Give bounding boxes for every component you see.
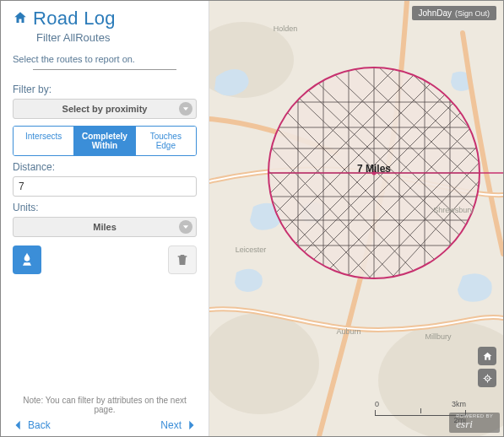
svg-point-10 <box>486 377 488 379</box>
town-label: Leicester <box>236 245 267 254</box>
esri-brand: esri <box>456 418 473 430</box>
seg-completely-within[interactable]: Completely Within <box>73 127 134 155</box>
map-area[interactable]: JohnDay (Sign Out) 7 Miles Holden Shrews… <box>209 1 503 436</box>
units-label: Units: <box>13 202 197 213</box>
spatial-relationship-segmented: Intersects Completely Within Touches Edg… <box>13 126 197 156</box>
clear-button[interactable] <box>168 245 197 274</box>
map-locate-button[interactable] <box>478 369 496 387</box>
app-title: Road Log <box>33 8 116 30</box>
divider <box>33 69 176 70</box>
map-overlay: JohnDay (Sign Out) 7 Miles Holden Shrews… <box>209 1 503 436</box>
next-button[interactable]: Next <box>160 419 197 431</box>
seg-intersects[interactable]: Intersects <box>14 127 73 155</box>
back-label: Back <box>28 419 51 431</box>
town-label: Millbury <box>425 332 451 341</box>
chevron-down-icon <box>179 220 192 234</box>
town-label: Holden <box>274 24 298 33</box>
footer-note: Note: You can filter by attributes on th… <box>13 396 197 414</box>
filter-type-select[interactable]: Select by proximity <box>13 99 197 119</box>
esri-attribution[interactable]: POWERED BY esri <box>449 413 500 433</box>
town-label: Shrewsbury <box>433 206 474 214</box>
home-icon[interactable] <box>13 10 28 28</box>
user-name: JohnDay <box>419 8 452 18</box>
page-subtitle: Filter AllRoutes <box>36 31 197 44</box>
seg-touches-edge[interactable]: Touches Edge <box>135 127 196 155</box>
back-button[interactable]: Back <box>13 419 51 431</box>
sign-out-link[interactable]: (Sign Out) <box>455 9 490 18</box>
scale-zero: 0 <box>375 400 379 408</box>
scale-km: 3km <box>452 400 466 408</box>
units-value: Miles <box>93 222 117 232</box>
filter-by-label: Filter by: <box>13 84 197 95</box>
chevron-right-icon <box>185 419 197 431</box>
chevron-down-icon <box>179 102 192 116</box>
town-label: Auburn <box>336 327 360 336</box>
filter-panel: Road Log Filter AllRoutes Select the rou… <box>1 1 209 436</box>
instruction-text: Select the routes to report on. <box>13 54 197 64</box>
radius-label: 7 Miles <box>357 163 391 175</box>
filter-type-value: Select by proximity <box>62 104 148 114</box>
user-chip[interactable]: JohnDay (Sign Out) <box>412 6 496 20</box>
units-select[interactable]: Miles <box>13 217 197 237</box>
distance-input[interactable] <box>13 176 197 197</box>
spacer <box>13 274 197 396</box>
map-home-button[interactable] <box>478 347 496 365</box>
next-label: Next <box>160 419 182 431</box>
draw-shape-button[interactable] <box>13 245 41 274</box>
powered-by-label: POWERED BY <box>456 413 493 418</box>
chevron-left-icon <box>13 419 24 431</box>
distance-label: Distance: <box>13 161 197 173</box>
